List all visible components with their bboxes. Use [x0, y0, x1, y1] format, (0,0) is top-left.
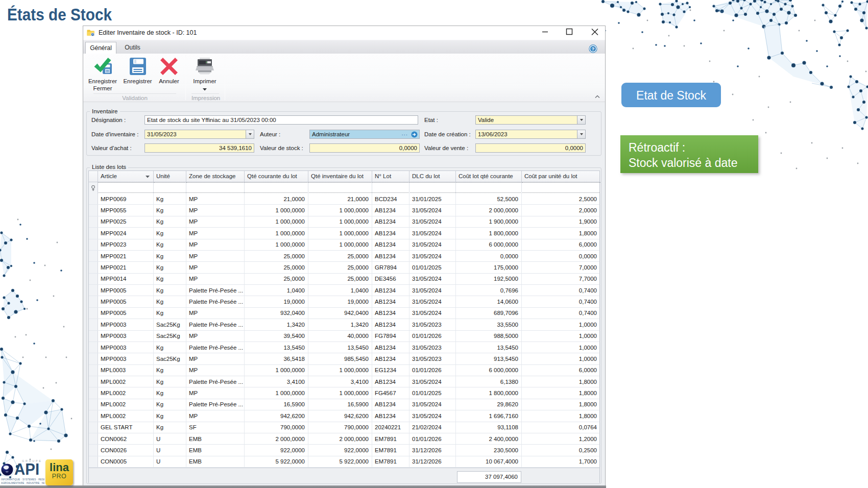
svg-text:?: ?	[592, 46, 595, 52]
